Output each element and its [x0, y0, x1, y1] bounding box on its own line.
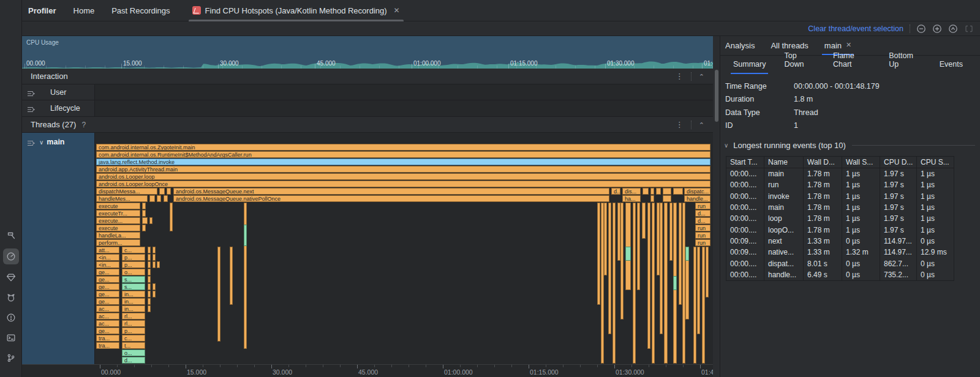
flame-node[interactable]: ge... [96, 283, 119, 290]
problems-icon[interactable] [3, 310, 19, 326]
flame-node[interactable] [608, 203, 611, 334]
interaction-menu-icon[interactable]: ⋮ [676, 72, 684, 81]
flame-node[interactable] [230, 247, 233, 305]
zoom-out-icon[interactable] [916, 24, 926, 34]
flame-node[interactable]: ha... [622, 195, 641, 202]
flame-node[interactable] [142, 217, 148, 224]
flame-node[interactable] [142, 210, 146, 217]
column-header[interactable]: Start T... [726, 157, 764, 168]
flame-node[interactable]: <in... [96, 254, 119, 261]
zoom-in-icon[interactable] [932, 24, 942, 34]
flame-node[interactable]: ge... [96, 327, 119, 334]
subtab-events[interactable]: Events [938, 60, 964, 74]
column-header[interactable]: CPU S... [917, 157, 955, 168]
flame-node[interactable] [167, 188, 171, 195]
flame-node[interactable]: p... [122, 261, 145, 268]
flame-node[interactable]: com.android.internal.os.RuntimeInit$Meth… [96, 151, 710, 158]
lifecycle-events-track-area[interactable] [95, 100, 713, 116]
tab-close-icon[interactable]: ✕ [846, 41, 851, 50]
table-row[interactable]: 00:00....handle...6.49 s0 µs735.2...0 µs [726, 269, 954, 280]
flame-node[interactable] [153, 283, 156, 290]
flame-node[interactable]: run [695, 239, 710, 246]
flame-node[interactable] [164, 195, 168, 202]
flame-node[interactable]: execute... [96, 217, 140, 224]
terminal-icon[interactable] [3, 330, 19, 346]
flame-node[interactable]: in... [122, 291, 145, 297]
flame-node[interactable] [153, 261, 156, 268]
longest-events-header[interactable]: ∨ Longest running events (top 10) [724, 141, 975, 150]
flame-node[interactable]: android.app.ActivityThread.main [96, 166, 710, 173]
flame-node[interactable] [244, 225, 247, 246]
flame-node[interactable]: ac... [96, 305, 119, 312]
column-header[interactable]: Wall D... [804, 157, 842, 168]
flame-node[interactable]: d... [695, 210, 710, 217]
flame-node[interactable] [693, 247, 696, 364]
table-row[interactable]: 00:00....loop1.78 m1 µs1.97 s1 µs [726, 213, 954, 224]
vertical-scrollbar[interactable] [713, 36, 720, 377]
flame-node[interactable]: executeTr... [96, 210, 140, 217]
flame-node[interactable] [673, 276, 677, 290]
flame-node[interactable] [148, 269, 151, 275]
flame-node[interactable] [148, 283, 151, 290]
table-row[interactable]: 00:00....main1.78 m1 µs1.97 s1 µs [726, 168, 954, 179]
user-events-track-area[interactable] [95, 84, 713, 100]
tab-past-recordings[interactable]: Past Recordings [111, 6, 170, 15]
flame-node[interactable]: handleMes... [96, 195, 148, 202]
flame-node[interactable]: dispatchMessa... [96, 188, 157, 195]
flame-node[interactable]: android.os.MessageQueue.next [173, 188, 609, 195]
flame-node[interactable]: dis... [622, 188, 641, 195]
flame-node[interactable]: c... [122, 247, 145, 253]
flame-node[interactable] [157, 261, 160, 268]
flame-node[interactable]: tra... [96, 342, 119, 349]
interaction-collapse-icon[interactable]: ⌃ [699, 73, 704, 81]
flame-node[interactable]: ge... [96, 291, 119, 297]
flame-node[interactable]: execute [96, 203, 140, 209]
flame-node[interactable]: run [695, 203, 710, 209]
table-row[interactable]: 00:00....invoke1.78 m1 µs1.97 s1 µs [726, 191, 954, 202]
threads-menu-icon[interactable]: ⋮ [676, 120, 684, 129]
tab-close-icon[interactable]: ✕ [394, 6, 400, 15]
flame-node[interactable]: execute [96, 225, 140, 231]
flame-node[interactable] [643, 188, 649, 195]
scrollbar-thumb[interactable] [715, 70, 718, 122]
flame-node[interactable] [217, 247, 221, 342]
flame-node[interactable] [170, 203, 173, 231]
flame-node[interactable]: handle... [684, 195, 710, 202]
flame-node[interactable] [642, 203, 646, 239]
table-row[interactable]: 00:00....main1.78 m1 µs1.97 s1 µs [726, 202, 954, 213]
threads-collapse-icon[interactable]: ⌃ [699, 121, 704, 129]
main-thread-callchart[interactable]: com.android.internal.os.ZygoteInit.mainc… [96, 144, 710, 364]
zoom-to-selection-icon[interactable] [964, 24, 974, 34]
flame-node[interactable] [697, 247, 700, 334]
flame-node[interactable] [669, 203, 673, 261]
flame-node[interactable]: ge... [96, 269, 119, 275]
subtab-flame-chart[interactable]: Flame Chart [832, 51, 872, 74]
subtab-summary[interactable]: Summary [732, 60, 767, 74]
flame-node[interactable] [142, 203, 146, 209]
flame-node[interactable] [159, 188, 165, 195]
subtab-top-down[interactable]: Top Down [783, 51, 815, 74]
flame-node[interactable]: p... [122, 327, 145, 334]
flame-node[interactable] [142, 225, 146, 231]
flame-node[interactable] [706, 247, 709, 297]
flame-node[interactable]: <in... [96, 261, 119, 268]
flame-node[interactable] [625, 247, 631, 261]
flame-node[interactable]: ac... [96, 320, 119, 327]
flame-node[interactable]: perform... [96, 239, 140, 246]
flame-node[interactable] [148, 276, 151, 283]
flame-node[interactable]: s... [122, 283, 145, 290]
clear-selection-link[interactable]: Clear thread/event selection [808, 24, 903, 33]
flame-node[interactable] [597, 203, 600, 305]
column-header[interactable]: Wall S... [842, 157, 880, 168]
flame-node[interactable]: run [695, 232, 710, 239]
flame-node[interactable]: ge... [96, 276, 119, 283]
flame-node[interactable]: att... [96, 247, 119, 253]
flame-node[interactable] [650, 195, 654, 202]
threads-section-header[interactable]: Threads (27) ? ⋮ ⌃ [22, 117, 713, 133]
flame-node[interactable] [153, 291, 156, 297]
flame-node[interactable]: java.lang.reflect.Method.invoke [96, 159, 710, 165]
flame-node[interactable]: in... [122, 305, 145, 312]
thread-expand-chevron-icon[interactable]: ∨ [39, 139, 43, 146]
flame-node[interactable]: d... [122, 357, 145, 364]
flame-node[interactable] [656, 188, 661, 195]
